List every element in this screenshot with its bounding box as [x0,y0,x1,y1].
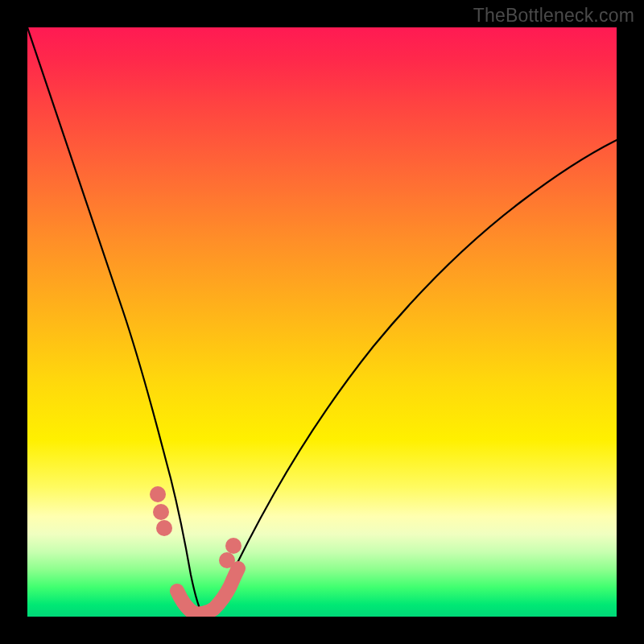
bottleneck-curve [27,27,617,616]
marker-valley [177,568,238,613]
marker-dot [156,520,172,536]
marker-dot [219,552,235,568]
curve-layer [27,27,617,617]
marker-dot [150,486,166,502]
plot-area [27,27,617,617]
chart-frame: TheBottleneck.com [0,0,644,644]
watermark-text: TheBottleneck.com [473,5,634,27]
marker-dot [225,538,242,554]
marker-dot [153,504,169,520]
